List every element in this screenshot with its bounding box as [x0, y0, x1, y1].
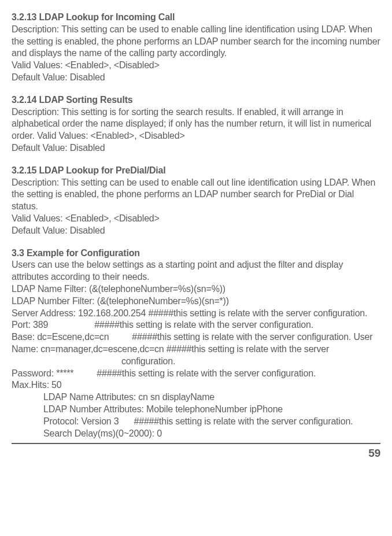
- config-name-filter: LDAP Name Filter: (&(telephoneNumber=%s)…: [12, 283, 380, 295]
- default-ldap-predial: Default Value: Disabled: [12, 225, 380, 237]
- config-protocol: Protocol: Version 3#####this setting is …: [12, 416, 380, 428]
- footer-divider: [12, 443, 380, 444]
- config-server-address: Server Address: 192.168.200.254 #####thi…: [12, 308, 380, 320]
- body-ldap-predial: Description: This setting can be used to…: [12, 177, 380, 213]
- config-port: Port: 389#####this setting is relate wit…: [12, 319, 380, 331]
- section-example-config: 3.3 Example for Configuration Users can …: [12, 247, 380, 440]
- config-password: Password: *****#####this setting is rela…: [12, 368, 380, 380]
- section-ldap-lookup-incoming: 3.2.13 LDAP Lookup for Incoming Call Des…: [12, 12, 380, 84]
- default-ldap-incoming: Default Value: Disabled: [12, 72, 380, 84]
- valid-values-ldap-predial: Valid Values: <Enabled>, <Disabled>: [12, 213, 380, 225]
- valid-values-ldap-incoming: Valid Values: <Enabled>, <Disabled>: [12, 60, 380, 72]
- config-number-attributes: LDAP Number Attributes: Mobile telephone…: [12, 404, 380, 416]
- config-base: Base: dc=Escene,dc=cn#####this setting i…: [12, 331, 380, 356]
- config-name-attributes: LDAP Name Attributes: cn sn displayName: [12, 391, 380, 404]
- section-ldap-predial: 3.2.15 LDAP Lookup for PreDial/Dial Desc…: [12, 165, 380, 237]
- config-number-filter: LDAP Number Filter: (&(telephoneNumber=%…: [12, 295, 380, 308]
- body-ldap-sorting: Description: This setting is for sorting…: [12, 106, 380, 142]
- page-number: 59: [12, 446, 380, 461]
- page-footer: 59: [12, 443, 380, 461]
- config-base-line2: configuration.: [12, 356, 380, 368]
- config-maxhits: Max.Hits: 50: [12, 379, 380, 391]
- example-intro: Users can use the below settings as a st…: [12, 259, 380, 283]
- heading-ldap-incoming: 3.2.13 LDAP Lookup for Incoming Call: [12, 12, 380, 24]
- config-search-delay: Search Delay(ms)(0~2000): 0: [12, 428, 380, 440]
- body-ldap-incoming: Description: This setting can be used to…: [12, 24, 380, 60]
- heading-example-config: 3.3 Example for Configuration: [12, 247, 380, 260]
- section-ldap-sorting: 3.2.14 LDAP Sorting Results Description:…: [12, 94, 380, 154]
- default-ldap-sorting: Default Value: Disabled: [12, 142, 380, 154]
- heading-ldap-predial: 3.2.15 LDAP Lookup for PreDial/Dial: [12, 165, 380, 177]
- heading-ldap-sorting: 3.2.14 LDAP Sorting Results: [12, 94, 380, 106]
